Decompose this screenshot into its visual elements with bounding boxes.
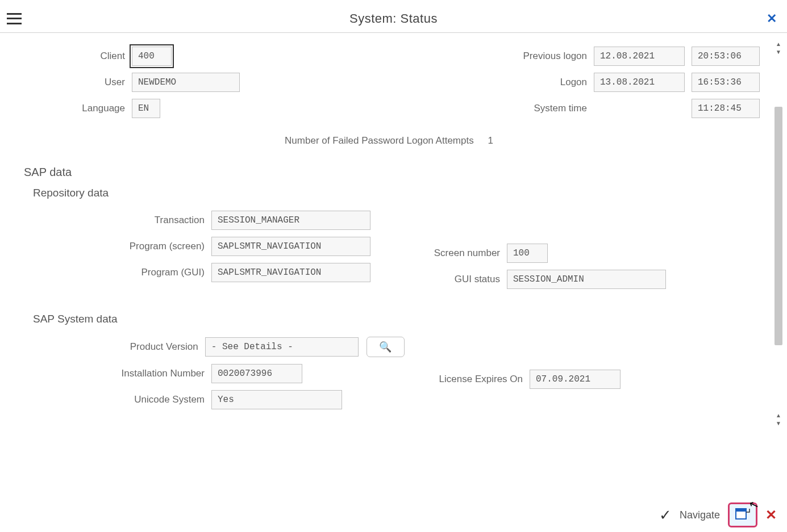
logon-label: Logon xyxy=(280,77,594,88)
gui-status-label: GUI status xyxy=(405,274,507,285)
system-time-field[interactable] xyxy=(692,99,760,118)
client-label: Client xyxy=(18,51,132,62)
installation-number-field[interactable] xyxy=(211,364,302,383)
logon-time-field[interactable] xyxy=(692,73,760,92)
screen-number-field[interactable] xyxy=(507,244,548,263)
navigate-button[interactable] xyxy=(728,502,757,527)
confirm-button[interactable]: ✓ xyxy=(659,506,672,524)
screen-number-label: Screen number xyxy=(405,248,507,259)
dialog-title: System: Status xyxy=(0,11,787,26)
content-area: ▲ ▼ ▲ ▼ Client User Language xyxy=(5,33,782,498)
license-expires-field[interactable] xyxy=(530,370,621,389)
svg-rect-1 xyxy=(736,509,746,512)
sap-data-title: SAP data xyxy=(24,166,760,179)
product-version-label: Product Version xyxy=(41,341,205,353)
cancel-button[interactable]: ✕ xyxy=(765,507,777,523)
product-version-details-button[interactable]: 🔍 xyxy=(367,337,405,357)
user-label: User xyxy=(18,77,132,88)
program-screen-label: Program (screen) xyxy=(41,241,211,252)
sap-system-data-title: SAP System data xyxy=(33,313,760,325)
magnifier-icon: 🔍 xyxy=(379,341,392,353)
navigate-label: Navigate xyxy=(680,509,720,521)
license-expires-label: License Expires On xyxy=(405,374,530,385)
previous-logon-label: Previous logon xyxy=(280,51,594,62)
previous-logon-date-field[interactable] xyxy=(594,47,685,66)
previous-logon-time-field[interactable] xyxy=(692,47,760,66)
menu-icon[interactable] xyxy=(7,13,22,24)
gui-status-field[interactable] xyxy=(507,270,666,289)
close-icon[interactable]: ✕ xyxy=(763,9,780,28)
system-time-label: System time xyxy=(280,103,594,114)
unicode-system-field[interactable] xyxy=(211,390,342,409)
language-field[interactable] xyxy=(132,99,160,118)
dialog-header: System: Status ✕ xyxy=(0,5,787,33)
language-label: Language xyxy=(18,103,132,114)
transaction-field[interactable] xyxy=(211,211,370,230)
logon-date-field[interactable] xyxy=(594,73,685,92)
installation-number-label: Installation Number xyxy=(41,368,211,379)
transaction-label: Transaction xyxy=(41,215,211,226)
user-field[interactable] xyxy=(132,73,240,92)
failed-attempts-label: Number of Failed Password Logon Attempts xyxy=(285,135,474,146)
unicode-system-label: Unicode System xyxy=(41,394,211,405)
program-screen-field[interactable] xyxy=(211,237,370,256)
program-gui-field[interactable] xyxy=(211,263,370,282)
navigate-icon xyxy=(735,506,751,524)
failed-attempts-value: 1 xyxy=(488,135,493,146)
dialog-footer: ✓ Navigate ✕ xyxy=(0,498,787,532)
client-field[interactable] xyxy=(132,47,172,66)
repository-data-title: Repository data xyxy=(33,187,760,199)
product-version-field[interactable] xyxy=(205,337,359,357)
program-gui-label: Program (GUI) xyxy=(41,267,211,278)
failed-attempts-row: Number of Failed Password Logon Attempts… xyxy=(18,135,760,146)
